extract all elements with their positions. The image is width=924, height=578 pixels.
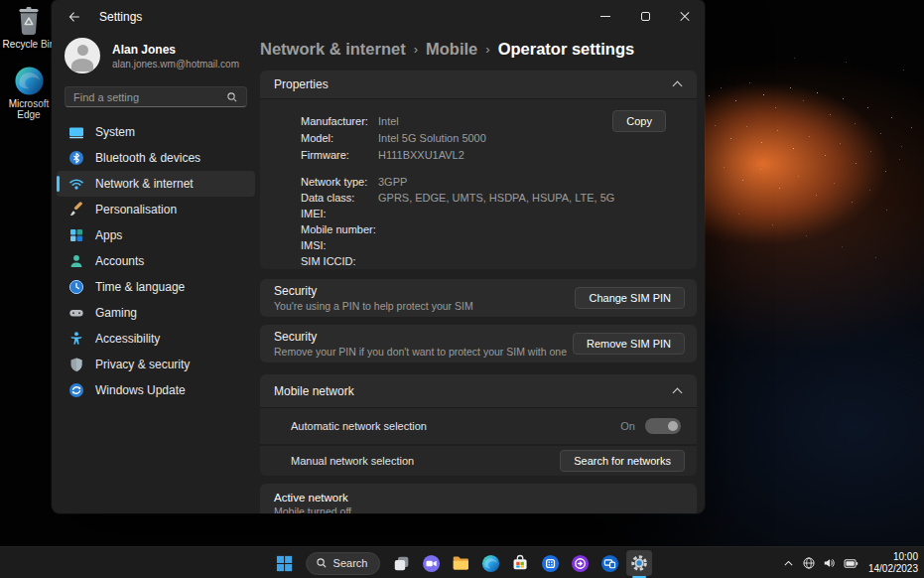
taskbar-search[interactable]: Search [306, 552, 381, 575]
settings-app-button[interactable] [626, 550, 652, 576]
chevron-up-icon [673, 81, 683, 91]
paintbrush-icon [68, 202, 84, 217]
back-arrow-icon [67, 10, 81, 24]
update-icon [68, 382, 84, 398]
prop-label: SIM ICCID: [301, 255, 378, 267]
remove-sim-pin-button[interactable]: Remove SIM PIN [573, 333, 685, 355]
prop-label: IMEI: [301, 208, 378, 219]
sidebar-item-label: Time & language [95, 280, 185, 294]
active-network-subtitle: Mobile turned off [274, 506, 683, 513]
user-profile[interactable]: Alan Jones alan.jones.wm@hotmail.com [65, 38, 260, 73]
settings-search-box[interactable] [65, 86, 247, 107]
manual-network-selection-row: Manual network selection Search for netw… [260, 446, 697, 476]
automatic-network-toggle[interactable] [645, 418, 681, 434]
start-button[interactable] [272, 550, 298, 576]
gamepad-icon [68, 305, 84, 321]
sidebar-nav: System Bluetooth & devices Network & int… [52, 119, 260, 403]
get-started-icon [571, 554, 590, 573]
edge-icon [481, 554, 500, 573]
tray-time: 10:00 [868, 551, 918, 563]
search-input[interactable] [73, 91, 226, 103]
edge-icon [2, 66, 56, 96]
wallpaper-stars [0, 0, 1, 1]
security-subtitle: You're using a PIN to help protect your … [274, 300, 575, 312]
desktop-icon-recycle-bin[interactable]: Recycle Bin [2, 5, 56, 50]
minimize-icon [600, 16, 610, 17]
system-tray: 10:00 14/02/2023 [782, 547, 918, 578]
sidebar-item-time-language[interactable]: Time & language [57, 274, 255, 300]
chevron-up-icon [673, 387, 683, 397]
active-network-title: Active network [274, 492, 683, 504]
sidebar-item-accessibility[interactable]: Accessibility [57, 326, 255, 352]
search-for-networks-button[interactable]: Search for networks [560, 450, 685, 472]
properties-panel: Manufacturer:Intel Model:Intel 5G Soluti… [260, 99, 697, 269]
automatic-network-selection-row: Automatic network selection On [260, 408, 697, 444]
system-icon [68, 124, 84, 140]
manual-network-selection-label: Manual network selection [291, 455, 414, 467]
mobile-network-panel: Automatic network selection On Manual ne… [260, 408, 697, 476]
sidebar-item-label: Gaming [95, 306, 137, 320]
change-sim-pin-button[interactable]: Change SIM PIN [575, 287, 685, 309]
task-view-button[interactable] [388, 550, 414, 576]
sidebar-item-apps[interactable]: Apps [57, 222, 255, 248]
settings-window: Settings Alan Jones alan.jones.wm@hotmai… [52, 0, 705, 513]
clock[interactable]: 10:00 14/02/2023 [868, 551, 918, 575]
chat-button[interactable] [418, 550, 444, 576]
file-explorer-icon [452, 554, 469, 572]
phone-link-icon [600, 554, 619, 573]
settings-gear-icon [630, 554, 648, 572]
search-icon [316, 557, 328, 569]
sidebar-item-windows-update[interactable]: Windows Update [57, 377, 255, 403]
sidebar-item-gaming[interactable]: Gaming [57, 300, 255, 326]
sidebar-item-label: Accessibility [95, 332, 160, 346]
sidebar-item-label: System [95, 125, 135, 139]
titlebar: Settings [52, 0, 705, 33]
sidebar-item-privacy-security[interactable]: Privacy & security [57, 352, 255, 377]
desktop-icon-microsoft-edge[interactable]: Microsoft Edge [2, 66, 56, 120]
sidebar-item-system[interactable]: System [57, 119, 255, 145]
sidebar-item-accounts[interactable]: Accounts [57, 248, 255, 274]
breadcrumb-network-internet[interactable]: Network & internet [260, 40, 406, 59]
sidebar-item-label: Windows Update [95, 383, 186, 397]
desktop-icon-label: Recycle Bin [2, 39, 56, 50]
security-subtitle: Remove your PIN if you don't want to pro… [274, 346, 573, 358]
sidebar-item-label: Apps [95, 228, 122, 242]
close-button[interactable] [665, 0, 705, 33]
mobile-network-title: Mobile network [274, 384, 354, 398]
hidden-icons-chevron-icon[interactable] [782, 557, 795, 570]
properties-expander-header[interactable]: Properties [260, 71, 697, 99]
battery-icon[interactable] [844, 557, 858, 570]
blue-app-icon [541, 554, 560, 573]
shield-icon [68, 357, 84, 372]
network-globe-icon[interactable] [802, 556, 816, 570]
prop-label: Data class: [301, 192, 378, 204]
mobile-network-expander-header[interactable]: Mobile network [260, 374, 697, 408]
microsoft-store-button[interactable] [507, 550, 533, 576]
security-change-pin-card: Security You're using a PIN to help prot… [260, 279, 697, 317]
tray-date: 14/02/2023 [868, 563, 918, 575]
taskbar-search-label: Search [333, 557, 368, 569]
prop-value: 3GPP [378, 176, 407, 188]
volume-icon[interactable] [823, 556, 837, 570]
widgets-app-button[interactable] [537, 550, 563, 576]
prop-label: Firmware: [301, 149, 378, 161]
copy-button[interactable]: Copy [612, 110, 666, 132]
minimize-button[interactable] [586, 0, 625, 33]
get-started-button[interactable] [567, 550, 593, 576]
file-explorer-button[interactable] [448, 550, 473, 576]
phone-link-button[interactable] [596, 550, 622, 576]
search-icon [226, 91, 238, 103]
back-button[interactable] [60, 5, 89, 29]
breadcrumb-mobile[interactable]: Mobile [426, 40, 477, 59]
sidebar-item-personalisation[interactable]: Personalisation [57, 197, 255, 222]
sidebar-item-bluetooth-devices[interactable]: Bluetooth & devices [57, 145, 255, 171]
windows-logo-icon [276, 555, 293, 572]
maximize-button[interactable] [625, 0, 665, 33]
automatic-network-selection-label: Automatic network selection [291, 420, 427, 432]
sidebar-item-label: Network & internet [95, 177, 194, 191]
page-title: Operator settings [498, 40, 635, 59]
task-view-icon [393, 555, 410, 572]
edge-button[interactable] [477, 550, 503, 576]
sidebar-item-network-internet[interactable]: Network & internet [57, 171, 255, 197]
clock-icon [68, 279, 84, 295]
